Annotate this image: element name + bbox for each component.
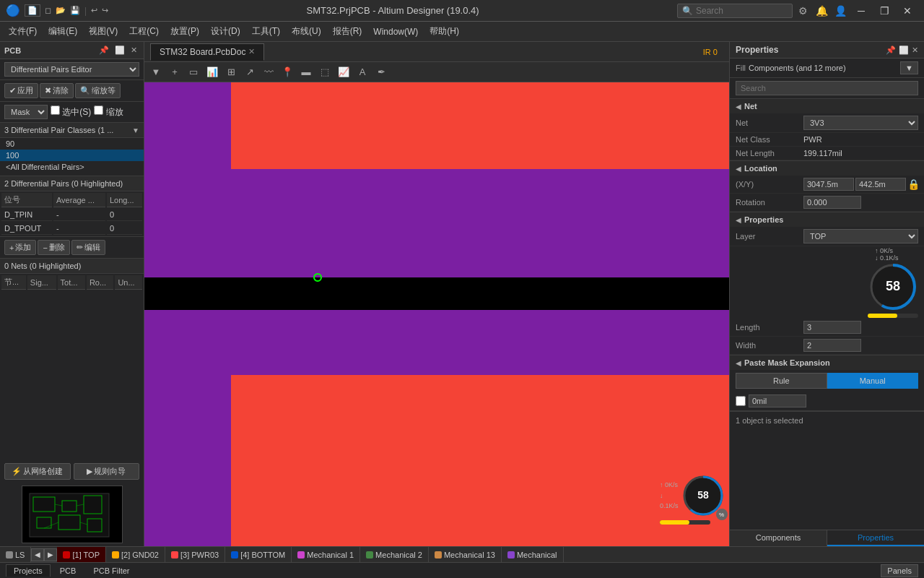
panel-maximize-icon[interactable]: ⬜: [113, 45, 127, 56]
menu-route[interactable]: 布线(U): [286, 22, 327, 40]
layer-tab-bottom[interactable]: [4] BOTTOM: [225, 547, 292, 562]
chart-icon[interactable]: 📊: [204, 64, 221, 80]
close-button[interactable]: ✕: [897, 3, 918, 19]
properties-tab[interactable]: Properties: [827, 530, 924, 546]
zoom-checkbox[interactable]: [94, 105, 103, 115]
pcb-bottom-tab[interactable]: PCB: [52, 564, 84, 577]
paste-mask-value-input[interactable]: [749, 394, 806, 407]
canvas-area[interactable]: ↑ 0K/s ↓ 0.1K/s 58 %: [144, 82, 729, 546]
menu-view[interactable]: 视图(V): [83, 22, 123, 40]
marker-icon[interactable]: 📍: [279, 64, 296, 80]
select-checkbox[interactable]: [51, 105, 60, 115]
tb-new[interactable]: ◻: [45, 6, 51, 15]
minimize-button[interactable]: ─: [850, 3, 872, 19]
layer-tab-gnd02[interactable]: [2] GND02: [106, 547, 165, 562]
layer-tab-mech[interactable]: Mechanical: [502, 547, 564, 562]
properties-pin-icon[interactable]: 📌: [886, 46, 896, 55]
user-icon[interactable]: 👤: [832, 2, 849, 20]
measure-icon[interactable]: ⬚: [316, 64, 334, 80]
x-input[interactable]: [803, 178, 854, 191]
layer-tab-pwr03[interactable]: [3] PWR03: [165, 547, 225, 562]
tab-close-icon[interactable]: ✕: [248, 47, 255, 56]
menu-design[interactable]: 设计(D): [205, 22, 246, 40]
settings-icon[interactable]: ⚙: [794, 2, 811, 20]
menu-place[interactable]: 放置(P): [165, 22, 205, 40]
select-icon[interactable]: ▭: [185, 64, 202, 80]
fill-filter-button[interactable]: ▼: [900, 61, 918, 74]
menu-report[interactable]: 报告(R): [327, 22, 368, 40]
tb-save[interactable]: 💾: [70, 6, 80, 15]
menu-help[interactable]: 帮助(H): [424, 22, 465, 40]
edit-diff-pair-button[interactable]: ✏ 编辑: [71, 240, 105, 255]
tb-open[interactable]: 📂: [56, 6, 66, 15]
rule-wizard-button[interactable]: ▶ 规则向导: [74, 463, 140, 480]
text-icon[interactable]: A: [354, 64, 371, 80]
pcb-filter-tab[interactable]: PCB Filter: [85, 564, 137, 577]
lock-icon[interactable]: 🔒: [907, 178, 920, 190]
width-input[interactable]: [803, 339, 861, 352]
filter-icon[interactable]: ▼: [147, 64, 165, 80]
layer-dropdown[interactable]: TOP: [803, 229, 918, 243]
layer-tab-mech13[interactable]: Mechanical 13: [429, 547, 502, 562]
layer-tab-mech2[interactable]: Mechanical 2: [360, 547, 429, 562]
draw-icon[interactable]: ✒: [372, 64, 390, 80]
zoom-button[interactable]: 🔍 缩放等: [75, 83, 121, 98]
prop-search-input[interactable]: [736, 81, 918, 95]
diff-long-0: 0: [107, 209, 142, 221]
paste-mask-manual-button[interactable]: Manual: [827, 373, 919, 389]
menu-window[interactable]: Window(W): [367, 24, 424, 40]
layer-next-button[interactable]: ▶: [44, 548, 57, 561]
layer-tab-mech1[interactable]: Mechanical 1: [292, 547, 360, 562]
rect-icon[interactable]: ▬: [297, 64, 315, 80]
net-section-header[interactable]: ◀ Net: [730, 99, 924, 113]
clear-button[interactable]: ✖ 清除: [40, 83, 74, 98]
global-search-input[interactable]: [696, 6, 783, 16]
apply-button[interactable]: ✔ 应用: [4, 83, 38, 98]
pair-class-item-all[interactable]: <All Differential Pairs>: [0, 161, 144, 173]
pcb-doc-tab[interactable]: STM32 Board.PcbDoc ✕: [150, 43, 264, 61]
mask-select[interactable]: Mask: [4, 105, 48, 119]
paste-mask-rule-button[interactable]: Rule: [736, 373, 827, 389]
menu-edit[interactable]: 编辑(E): [43, 22, 83, 40]
wave-icon[interactable]: 〰: [260, 64, 277, 80]
panel-close-icon[interactable]: ✕: [128, 45, 139, 56]
panel-pin-icon[interactable]: 📌: [97, 45, 111, 56]
chart2-icon[interactable]: 📈: [335, 64, 352, 80]
layer-tab-top[interactable]: [1] TOP: [57, 547, 106, 562]
layer-tab-ls[interactable]: LS: [0, 547, 31, 562]
grid-icon[interactable]: ⊞: [222, 64, 240, 80]
add-icon[interactable]: +: [166, 64, 183, 80]
properties-maximize-icon[interactable]: ⬜: [899, 46, 909, 55]
layer-prev-button[interactable]: ◀: [31, 548, 44, 561]
global-search-box[interactable]: 🔍: [677, 4, 793, 18]
paste-mask-header[interactable]: ◀ Paste Mask Expansion: [730, 355, 924, 370]
path-icon[interactable]: ↗: [241, 64, 258, 80]
restore-button[interactable]: ❐: [873, 3, 895, 19]
paste-mask-checkbox[interactable]: [736, 396, 746, 406]
pair-classes-expand-icon[interactable]: ▼: [132, 126, 139, 134]
components-tab[interactable]: Components: [730, 530, 827, 546]
menu-project[interactable]: 工程(C): [123, 22, 165, 40]
pair-class-item-90[interactable]: 90: [0, 138, 144, 150]
length-input[interactable]: [803, 321, 861, 334]
projects-tab[interactable]: Projects: [6, 564, 51, 577]
minimap: [22, 486, 123, 543]
table-row: D_TPOUT - 0: [1, 223, 142, 235]
rotation-input[interactable]: [803, 196, 861, 209]
pair-class-item-100[interactable]: 100: [0, 150, 144, 161]
delete-diff-pair-button[interactable]: − 删除: [38, 240, 69, 255]
notification-icon[interactable]: 🔔: [813, 2, 830, 20]
menu-tools[interactable]: 工具(T): [246, 22, 286, 40]
tb-undo[interactable]: ↩: [91, 6, 97, 15]
create-from-net-button[interactable]: ⚡ 从网络创建: [4, 463, 71, 480]
menu-file[interactable]: 文件(F): [3, 22, 43, 40]
y-input[interactable]: [855, 178, 906, 191]
tb-redo[interactable]: ↪: [102, 6, 108, 15]
location-section-header[interactable]: ◀ Location: [730, 161, 924, 176]
editor-dropdown[interactable]: Differential Pairs Editor: [4, 62, 139, 77]
properties-close-icon[interactable]: ✕: [912, 46, 918, 55]
properties-sub-header[interactable]: ◀ Properties: [730, 212, 924, 227]
add-diff-pair-button[interactable]: + 添加: [4, 240, 36, 255]
panels-button[interactable]: Panels: [881, 564, 918, 577]
net-dropdown[interactable]: 3V3: [803, 116, 918, 130]
